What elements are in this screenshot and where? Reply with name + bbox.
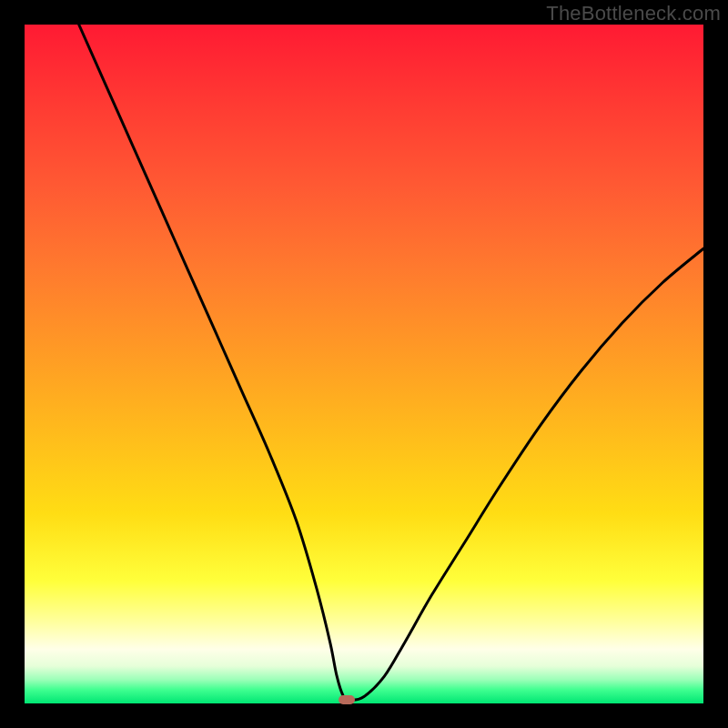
curve-svg: [25, 25, 703, 703]
bottleneck-curve: [79, 25, 703, 700]
optimum-marker: [339, 695, 355, 704]
watermark-text: TheBottleneck.com: [546, 2, 721, 25]
plot-area: [25, 25, 703, 703]
chart-frame: TheBottleneck.com: [0, 0, 728, 728]
